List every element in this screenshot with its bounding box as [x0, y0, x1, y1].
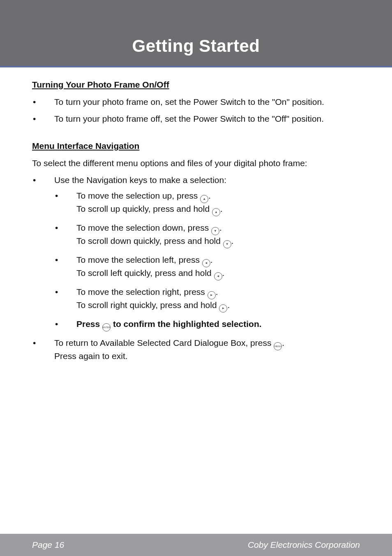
line-text: .	[219, 223, 222, 232]
line-text: To move the selection left, press	[76, 255, 202, 264]
line-text: .	[210, 255, 213, 264]
footer: Page 16 Coby Electronics Corporation	[0, 534, 392, 556]
header-band: Getting Started	[0, 0, 392, 66]
line-text: To move the selection down, press	[76, 223, 211, 232]
list-text: To turn your photo frame on, set the Pow…	[54, 97, 324, 107]
line-text: To move the selection right, press	[76, 287, 208, 297]
list-item: Use the Navigation keys to make a select…	[32, 174, 360, 331]
list-text: To turn your photo frame off, set the Po…	[54, 114, 324, 123]
confirm-pre: Press	[76, 319, 102, 329]
line-text: To scroll down quickly, press and hold	[76, 236, 223, 246]
line-text: To scroll up quickly, press and hold	[76, 204, 212, 213]
list-item: To return to Available Selected Card Dia…	[32, 337, 360, 362]
list-item: To move the selection left, press ◄. To …	[54, 254, 360, 280]
right-arrow-icon: ►	[219, 304, 227, 313]
up-arrow-icon: ▲	[200, 195, 208, 203]
line-text: Press again to exit.	[54, 351, 128, 361]
power-list: To turn your photo frame on, set the Pow…	[32, 96, 360, 125]
list-item: To move the selection down, press ▼. To …	[54, 222, 360, 248]
content-area: Turning Your Photo Frame On/Off To turn …	[0, 67, 392, 362]
footer-company: Coby Electronics Corporation	[248, 540, 360, 550]
line-text: .	[220, 204, 223, 213]
confirm-post: to confirm the highlighted selection.	[111, 319, 262, 329]
page-number: Page 16	[32, 540, 64, 550]
down-arrow-icon: ▼	[211, 227, 219, 235]
nav-sublist: To move the selection up, press ▲. To sc…	[54, 190, 360, 331]
section-heading-menu: Menu Interface Navigation	[32, 140, 360, 152]
nav-intro: Use the Navigation keys to make a select…	[54, 175, 226, 185]
menu-list: Use the Navigation keys to make a select…	[32, 174, 360, 362]
menu-intro: To select the different menu options and…	[32, 158, 360, 169]
list-item: Press ENTER to confirm the highlighted s…	[54, 318, 360, 331]
up-arrow-icon: ▲	[212, 208, 220, 216]
menu-icon: MENU	[274, 342, 282, 350]
line-text: .	[282, 338, 284, 348]
list-item: To move the selection right, press ►. To…	[54, 286, 360, 313]
line-text: To scroll left quickly, press and hold	[76, 268, 214, 278]
list-item: To turn your photo frame on, set the Pow…	[32, 96, 360, 108]
line-text: .	[208, 191, 211, 200]
line-text: .	[222, 268, 225, 278]
line-text: .	[231, 236, 234, 246]
line-text: To scroll right quickly, press and hold	[76, 300, 219, 310]
line-text: .	[216, 287, 218, 297]
page-title: Getting Started	[132, 36, 260, 66]
list-item: To move the selection up, press ▲. To sc…	[54, 190, 360, 216]
line-text: To return to Available Selected Card Dia…	[54, 338, 274, 348]
down-arrow-icon: ▼	[223, 240, 231, 248]
section-heading-power: Turning Your Photo Frame On/Off	[32, 79, 360, 90]
left-arrow-icon: ◄	[214, 272, 222, 280]
line-text: To move the selection up, press	[76, 191, 200, 200]
right-arrow-icon: ►	[208, 291, 216, 299]
enter-icon: ENTER	[102, 323, 111, 331]
list-item: To turn your photo frame off, set the Po…	[32, 113, 360, 125]
line-text: .	[227, 300, 230, 310]
left-arrow-icon: ◄	[202, 259, 210, 267]
